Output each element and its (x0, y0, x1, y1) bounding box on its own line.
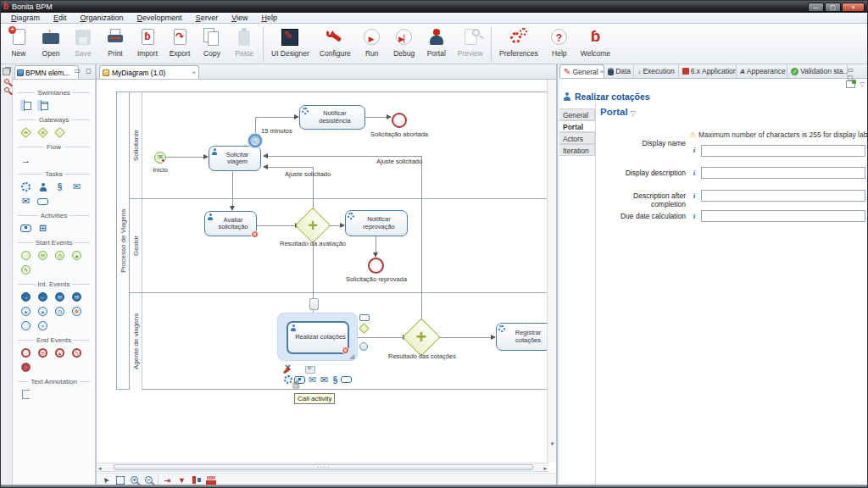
flow-timer-notificar[interactable] (255, 117, 297, 118)
send-task-icon[interactable] (71, 181, 82, 192)
editor-tab-mydiagram[interactable]: MyDiagram (1.0) (99, 65, 199, 79)
int-message-catch-icon[interactable] (20, 291, 31, 302)
start-event-inicio[interactable] (154, 152, 166, 164)
int-send-icon[interactable] (71, 291, 82, 302)
end-event-solicitacao-reprovada[interactable] (368, 258, 384, 274)
panel-minimize-icon[interactable]: ▭ ◻ (848, 64, 867, 78)
int-signal-catch-icon[interactable] (20, 306, 31, 317)
flow-ajuste-1[interactable] (267, 156, 421, 157)
end-error-icon[interactable] (71, 347, 82, 358)
nav-iteration[interactable]: Iteration (559, 144, 595, 156)
run-button[interactable]: Run (356, 25, 388, 64)
new-view-icon[interactable] (846, 80, 855, 88)
overview-zoom-icon[interactable] (4, 79, 9, 84)
info-icon[interactable] (691, 212, 698, 220)
menu-edit[interactable]: Edit (47, 14, 74, 22)
lane-icon[interactable] (37, 100, 48, 111)
xor-gateway-icon[interactable] (20, 127, 31, 138)
int-timer-icon[interactable] (54, 306, 65, 317)
flow-inicio-solicitar[interactable] (166, 157, 207, 158)
service-task-icon[interactable] (20, 181, 31, 192)
switch-receive-task-icon[interactable] (319, 374, 330, 385)
info-icon[interactable] (691, 191, 698, 200)
display-description-input[interactable] (701, 167, 865, 179)
start-message-icon[interactable] (37, 250, 48, 261)
sequence-flow-icon[interactable] (20, 154, 31, 165)
start-error-icon[interactable] (20, 264, 31, 275)
nav-general[interactable]: General (559, 108, 595, 120)
welcome-button[interactable]: ɓ Welcome (576, 25, 615, 64)
task-solicitar-viagem[interactable]: Solicitar viagem (209, 146, 261, 171)
boundary-timer-icon[interactable] (248, 134, 262, 147)
end-terminate-icon[interactable] (20, 362, 31, 373)
import-button[interactable]: Import (131, 25, 164, 64)
lane-gestor[interactable]: Gestor (130, 198, 142, 292)
flow-timer-notificar[interactable] (255, 117, 256, 136)
info-icon[interactable] (691, 169, 698, 177)
new-button[interactable]: New (3, 25, 35, 64)
flow-solicitar-avaliar[interactable] (232, 171, 233, 208)
scrollbar-thumb[interactable] (114, 464, 533, 470)
task-notificar-reprovacao[interactable]: Notificar reprovação (345, 210, 408, 236)
close-button[interactable]: × (842, 3, 865, 12)
start-signal-icon[interactable] (71, 250, 82, 261)
int-signal-throw-icon[interactable] (37, 306, 48, 317)
info-icon[interactable] (691, 146, 698, 154)
nav-portal[interactable]: Portal (559, 120, 595, 132)
lane-solicitante[interactable]: Solicitante (130, 92, 142, 198)
tab-appearance[interactable]: Appearance (737, 64, 787, 78)
start-event-icon[interactable] (20, 250, 31, 261)
menu-diagram[interactable]: Diagram (4, 14, 47, 22)
tab-6x-application[interactable]: 6.x Application (679, 64, 737, 78)
tab-close-icon[interactable] (192, 69, 196, 76)
minimize-button[interactable]: — (808, 3, 824, 12)
tree-zoom-icon[interactable] (4, 87, 9, 92)
and-gateway-icon[interactable] (37, 127, 48, 138)
switch-send-task-icon[interactable] (307, 374, 318, 385)
int-condition-icon[interactable] (71, 306, 82, 317)
canvas-vertical-scrollbar[interactable]: ▾ (547, 80, 556, 463)
scroll-right-icon[interactable]: ▸ (543, 464, 547, 472)
copy-button[interactable]: Copy (196, 25, 228, 64)
task-registrar-cotacoes[interactable]: Registrar cotações (496, 323, 548, 351)
export-button[interactable]: Export (164, 25, 196, 64)
task-avaliar-solicitacao[interactable]: Avaliar solicitação (204, 211, 257, 236)
menu-development[interactable]: Development (131, 14, 189, 22)
section-heading[interactable]: Portal (600, 107, 636, 117)
tab-data[interactable]: Data (604, 64, 634, 78)
pool-label-strip[interactable]: Processo de Viagens (117, 92, 130, 389)
pool-icon[interactable] (20, 100, 31, 111)
switch-abstract-task-icon[interactable] (341, 374, 352, 385)
ui-designer-button[interactable]: UI Designer (266, 25, 314, 64)
end-message-icon[interactable] (37, 347, 48, 358)
lane-agente-de-viagens[interactable]: Agente de viagens (130, 292, 142, 391)
maximize-button[interactable]: ▢ (825, 3, 841, 12)
scroll-down-icon[interactable]: ▾ (548, 440, 556, 447)
palette-minimize-icon[interactable]: ▭ ◻ (75, 67, 93, 75)
call-activity-icon[interactable] (20, 223, 31, 234)
abstract-task-icon[interactable] (37, 196, 48, 207)
tab-validation-status[interactable]: Validation sta... (787, 64, 848, 78)
task-notificar-desistencia[interactable]: Notificar desistência (299, 105, 365, 130)
context-delete-icon[interactable] (282, 363, 293, 373)
canvas-horizontal-scrollbar[interactable]: ◂ ▸ (97, 463, 548, 472)
int-plain-icon[interactable] (20, 320, 31, 331)
int-message-throw-icon[interactable] (37, 291, 48, 302)
menu-organization[interactable]: Organization (74, 14, 131, 22)
end-signal-icon[interactable] (54, 347, 65, 358)
due-date-calculation-input[interactable] (701, 210, 865, 222)
preferences-button[interactable]: Preferences (494, 25, 543, 64)
menu-view[interactable]: View (225, 14, 254, 22)
view-menu-dropdown-icon[interactable] (860, 81, 865, 88)
tab-close-icon[interactable] (600, 68, 604, 75)
script-task-icon[interactable] (54, 181, 65, 192)
configure-button[interactable]: Configure (314, 25, 356, 64)
print-button[interactable]: Print (99, 25, 131, 64)
tab-general[interactable]: General (559, 64, 604, 78)
context-preview-icon[interactable] (304, 364, 315, 374)
diagram-canvas[interactable]: Processo de Viagens Solicitante Gestor A… (97, 80, 548, 463)
text-annotation-icon[interactable] (20, 389, 31, 400)
debug-button[interactable]: Debug (388, 25, 420, 64)
context-add-task-icon[interactable] (359, 314, 370, 321)
receive-task-icon[interactable] (20, 196, 31, 207)
